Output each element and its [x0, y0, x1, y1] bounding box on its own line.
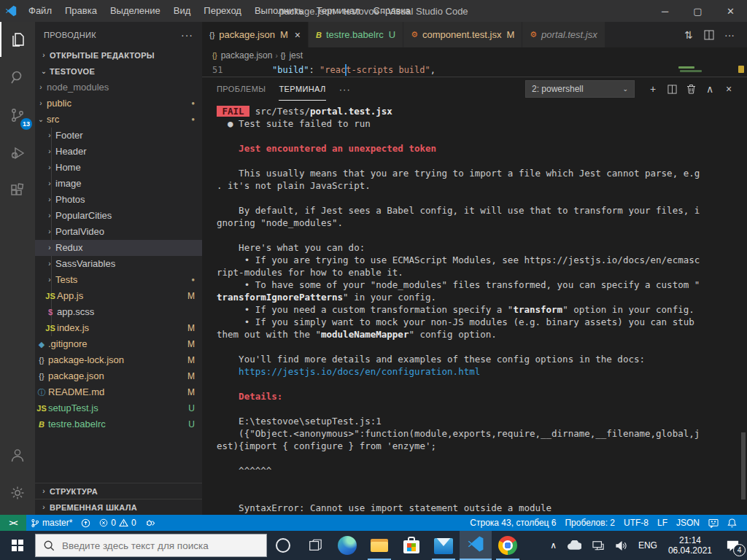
new-terminal-icon[interactable]: + [643, 83, 662, 95]
tree-item-footer[interactable]: ›Footer [35, 128, 202, 144]
menu-item-0[interactable]: Файл [22, 0, 58, 22]
debug-status-icon[interactable] [141, 515, 160, 531]
task-view-button[interactable] [299, 531, 331, 560]
split-editor-icon[interactable] [699, 30, 719, 40]
extensions-icon[interactable] [0, 174, 35, 209]
git-branch-item[interactable]: master* [26, 515, 77, 531]
tree-item-sassvariables[interactable]: ›SassVariables [35, 256, 202, 272]
breadcrumb-item[interactable]: jest [289, 50, 303, 61]
tab-package.json[interactable]: {}package.jsonM× [202, 22, 309, 47]
tab-component.test.jsx[interactable]: ⚙component.test.jsxM [403, 22, 522, 47]
open-editors-section[interactable]: › ОТКРЫТЫЕ РЕДАКТОРЫ [35, 47, 202, 63]
tree-item-node_modules[interactable]: ›node_modules [35, 79, 202, 96]
language-mode[interactable]: JSON [672, 515, 704, 531]
timeline-section[interactable]: › ВРЕМЕННАЯ ШКАЛА [35, 499, 202, 515]
notifications-bell-icon[interactable] [723, 515, 741, 531]
tree-item-tests[interactable]: ›Tests● [35, 272, 202, 288]
tree-item-popularcities[interactable]: ›PopularCities [35, 208, 202, 224]
terminal-select[interactable]: 2: powershell ⌄ [525, 80, 635, 98]
run-debug-icon[interactable] [0, 136, 35, 171]
tree-item-package-lock.json[interactable]: {}package-lock.jsonM [35, 352, 202, 368]
edge-taskbar-button[interactable] [331, 531, 363, 560]
tree-item-label: README.md [48, 384, 104, 400]
network-icon[interactable] [587, 531, 610, 560]
tree-item-home[interactable]: ›Home [35, 160, 202, 176]
remote-indicator[interactable]: >< [0, 515, 26, 531]
minimize-button[interactable]: ─ [649, 0, 681, 22]
problems-item[interactable]: 0 0 [95, 515, 140, 531]
search-icon[interactable] [0, 60, 35, 95]
clock[interactable]: 21:14 06.04.2021 [662, 535, 718, 556]
breadcrumb-item[interactable]: package.json [221, 50, 273, 61]
tree-item-app.js[interactable]: JSApp.jsM [35, 288, 202, 304]
cortana-button[interactable] [267, 531, 299, 560]
search-input[interactable] [62, 540, 244, 551]
terminal-line: gnoring "node_modules". [217, 217, 747, 229]
terminal-output[interactable]: FAIL src/Tests/portal.test.jsx ● Test su… [202, 101, 747, 515]
sidebar-more-icon[interactable]: ··· [181, 29, 193, 41]
sync-button[interactable] [77, 515, 95, 531]
accounts-icon[interactable] [0, 438, 35, 472]
tree-item-header[interactable]: ›Header [35, 144, 202, 160]
time: 21:14 [668, 535, 712, 545]
explorer-taskbar-button[interactable] [363, 531, 395, 560]
encoding[interactable]: UTF-8 [619, 515, 653, 531]
menu-item-3[interactable]: Вид [167, 0, 198, 22]
chrome-taskbar-button[interactable] [492, 531, 524, 560]
tab-problems[interactable]: ПРОБЛЕМЫ [217, 77, 266, 101]
cursor-position[interactable]: Строка 43, столбец 6 [465, 515, 560, 531]
tree-item-package.json[interactable]: {}package.jsonM [35, 368, 202, 384]
split-terminal-icon[interactable] [662, 85, 681, 94]
eol[interactable]: LF [653, 515, 672, 531]
editor-more-icon[interactable]: ··· [719, 29, 740, 41]
editor-group: {}package.jsonM×Btestre.babelrcU⚙compone… [202, 22, 747, 515]
menu-item-4[interactable]: Переход [197, 0, 248, 22]
tree-item-portalvideo[interactable]: ›PortalVideo [35, 224, 202, 240]
tree-item-index.js[interactable]: JSindex.jsM [35, 320, 202, 336]
volume-icon[interactable] [610, 531, 633, 560]
action-center-button[interactable]: 4 [718, 531, 747, 560]
outline-section[interactable]: › СТРУКТУРА [35, 483, 202, 499]
menu-item-2[interactable]: Выделение [104, 0, 167, 22]
tree-item-testre.babelrc[interactable]: Btestre.babelrcU [35, 416, 202, 432]
vscode-taskbar-button[interactable] [460, 531, 492, 560]
terminal-scrollbar[interactable] [741, 432, 746, 499]
terminal-link[interactable]: https://jestjs.io/docs/en/configuration.… [239, 366, 480, 377]
taskbar-search[interactable] [35, 534, 267, 557]
scss-file-icon: $ [44, 304, 57, 320]
tab-portal.test.jsx[interactable]: ⚙portal.test.jsx [522, 22, 605, 47]
tab-terminal[interactable]: ТЕРМИНАЛ [279, 77, 325, 101]
root-folder-section[interactable]: ⌄ TESTOVOE [35, 63, 202, 79]
tree-item-public[interactable]: ›public● [35, 96, 202, 112]
onedrive-cloud-icon[interactable] [562, 531, 587, 560]
tree-item-.gitignore[interactable]: ◆.gitignoreM [35, 336, 202, 352]
open-changes-icon[interactable]: ⇅ [678, 29, 699, 41]
close-panel-icon[interactable]: × [719, 83, 738, 95]
kill-terminal-icon[interactable] [681, 84, 700, 94]
tree-item-setuptest.js[interactable]: JSsetupTest.jsU [35, 400, 202, 416]
menu-item-1[interactable]: Правка [58, 0, 104, 22]
store-taskbar-button[interactable] [395, 531, 427, 560]
settings-gear-icon[interactable] [0, 475, 35, 510]
close-button[interactable]: ✕ [714, 0, 747, 22]
tree-item-app.scss[interactable]: $app.scss [35, 304, 202, 320]
panel-more-icon[interactable]: ··· [339, 84, 351, 95]
tab-testre.babelrc[interactable]: Btestre.babelrcU [309, 22, 403, 47]
tree-item-image[interactable]: ›image [35, 176, 202, 192]
language-indicator[interactable]: ENG [633, 531, 662, 560]
mail-taskbar-button[interactable] [427, 531, 460, 560]
tree-item-src[interactable]: ⌄src● [35, 112, 202, 128]
terminal-line: ({"Object.<anonymous>":function(module,e… [217, 427, 747, 440]
source-control-icon[interactable]: 13 [0, 98, 35, 133]
maximize-button[interactable]: ▢ [681, 0, 714, 22]
start-button[interactable] [0, 531, 35, 560]
tree-item-readme.md[interactable]: ⓘREADME.mdM [35, 384, 202, 400]
maximize-panel-icon[interactable]: ∧ [700, 83, 719, 95]
tree-item-photos[interactable]: ›Photos [35, 192, 202, 208]
feedback-icon[interactable] [704, 515, 723, 531]
tray-expand-icon[interactable]: ∧ [545, 531, 562, 560]
indentation[interactable]: Пробелов: 2 [560, 515, 619, 531]
tree-item-redux[interactable]: ›Redux [35, 240, 202, 256]
close-tab-icon[interactable]: × [295, 29, 301, 41]
explorer-icon[interactable] [0, 22, 35, 57]
